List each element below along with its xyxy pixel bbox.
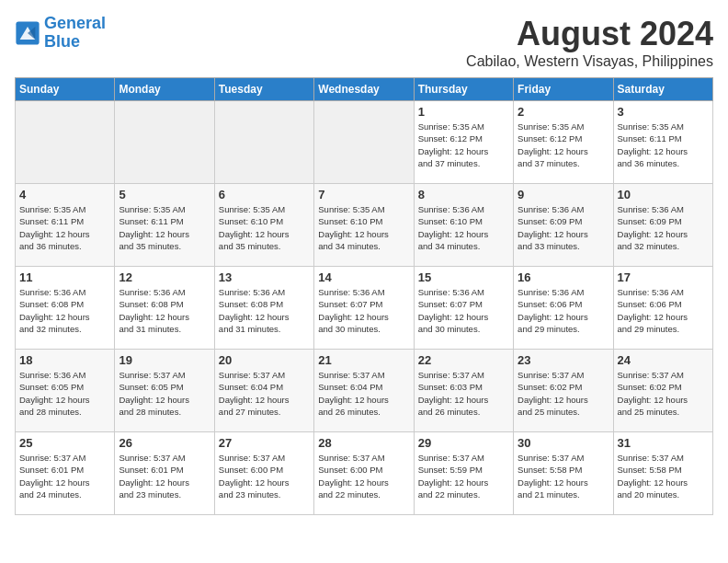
day-info: Sunrise: 5:37 AM Sunset: 6:02 PM Dayligh… — [618, 369, 709, 418]
day-info: Sunrise: 5:36 AM Sunset: 6:06 PM Dayligh… — [518, 286, 609, 335]
day-cell: 29Sunrise: 5:37 AM Sunset: 5:59 PM Dayli… — [414, 432, 513, 515]
day-cell: 20Sunrise: 5:37 AM Sunset: 6:04 PM Dayli… — [214, 350, 313, 432]
col-header-wednesday: Wednesday — [314, 78, 414, 101]
day-cell: 14Sunrise: 5:36 AM Sunset: 6:07 PM Dayli… — [314, 267, 414, 350]
day-number: 31 — [618, 436, 709, 450]
day-cell: 27Sunrise: 5:37 AM Sunset: 6:00 PM Dayli… — [214, 432, 313, 515]
day-cell — [115, 101, 214, 184]
day-number: 4 — [19, 188, 110, 201]
day-number: 25 — [19, 436, 110, 450]
day-cell: 26Sunrise: 5:37 AM Sunset: 6:01 PM Dayli… — [115, 432, 214, 515]
day-cell: 15Sunrise: 5:36 AM Sunset: 6:07 PM Dayli… — [414, 267, 513, 350]
day-info: Sunrise: 5:35 AM Sunset: 6:10 PM Dayligh… — [219, 203, 310, 252]
day-cell: 12Sunrise: 5:36 AM Sunset: 6:08 PM Dayli… — [115, 267, 214, 350]
day-info: Sunrise: 5:36 AM Sunset: 6:10 PM Dayligh… — [418, 203, 509, 252]
day-cell: 10Sunrise: 5:36 AM Sunset: 6:09 PM Dayli… — [613, 184, 712, 267]
day-number: 20 — [219, 353, 310, 367]
day-number: 30 — [518, 436, 609, 450]
day-info: Sunrise: 5:37 AM Sunset: 6:04 PM Dayligh… — [318, 369, 409, 418]
day-cell — [16, 101, 115, 184]
day-info: Sunrise: 5:37 AM Sunset: 6:00 PM Dayligh… — [318, 452, 409, 500]
logo-line2: Blue — [44, 32, 80, 51]
day-info: Sunrise: 5:35 AM Sunset: 6:12 PM Dayligh… — [418, 121, 509, 169]
calendar-header-row: SundayMondayTuesdayWednesdayThursdayFrid… — [16, 78, 713, 101]
day-cell — [314, 101, 414, 184]
day-cell: 7Sunrise: 5:35 AM Sunset: 6:10 PM Daylig… — [314, 184, 414, 267]
week-row-3: 11Sunrise: 5:36 AM Sunset: 6:08 PM Dayli… — [16, 267, 713, 350]
logo-icon — [15, 20, 40, 46]
day-number: 17 — [618, 270, 709, 284]
day-cell: 5Sunrise: 5:35 AM Sunset: 6:11 PM Daylig… — [115, 184, 214, 267]
day-cell: 9Sunrise: 5:36 AM Sunset: 6:09 PM Daylig… — [514, 184, 613, 267]
day-info: Sunrise: 5:35 AM Sunset: 6:11 PM Dayligh… — [119, 203, 210, 252]
day-number: 23 — [518, 353, 609, 367]
week-row-5: 25Sunrise: 5:37 AM Sunset: 6:01 PM Dayli… — [16, 432, 713, 515]
day-cell: 16Sunrise: 5:36 AM Sunset: 6:06 PM Dayli… — [514, 267, 613, 350]
day-info: Sunrise: 5:37 AM Sunset: 6:05 PM Dayligh… — [119, 369, 210, 418]
day-number: 6 — [219, 188, 310, 201]
day-cell: 18Sunrise: 5:36 AM Sunset: 6:05 PM Dayli… — [16, 350, 115, 432]
day-cell: 3Sunrise: 5:35 AM Sunset: 6:11 PM Daylig… — [613, 101, 712, 184]
day-number: 3 — [618, 105, 709, 119]
day-number: 1 — [418, 105, 509, 119]
week-row-1: 1Sunrise: 5:35 AM Sunset: 6:12 PM Daylig… — [16, 101, 713, 184]
day-info: Sunrise: 5:37 AM Sunset: 6:00 PM Dayligh… — [219, 452, 310, 500]
day-info: Sunrise: 5:37 AM Sunset: 6:04 PM Dayligh… — [219, 369, 310, 418]
day-number: 14 — [318, 270, 409, 284]
day-info: Sunrise: 5:37 AM Sunset: 6:01 PM Dayligh… — [119, 452, 210, 500]
page-header: General Blue August 2024 Cabilao, Wester… — [15, 15, 713, 70]
col-header-thursday: Thursday — [414, 78, 513, 101]
day-number: 16 — [518, 270, 609, 284]
day-number: 7 — [318, 188, 409, 201]
day-cell: 13Sunrise: 5:36 AM Sunset: 6:08 PM Dayli… — [214, 267, 313, 350]
day-cell: 24Sunrise: 5:37 AM Sunset: 6:02 PM Dayli… — [613, 350, 712, 432]
day-cell: 2Sunrise: 5:35 AM Sunset: 6:12 PM Daylig… — [514, 101, 613, 184]
day-info: Sunrise: 5:37 AM Sunset: 5:58 PM Dayligh… — [518, 452, 609, 500]
day-info: Sunrise: 5:36 AM Sunset: 6:07 PM Dayligh… — [418, 286, 509, 335]
day-cell: 4Sunrise: 5:35 AM Sunset: 6:11 PM Daylig… — [16, 184, 115, 267]
day-number: 29 — [418, 436, 509, 450]
day-info: Sunrise: 5:35 AM Sunset: 6:11 PM Dayligh… — [19, 203, 110, 252]
day-number: 22 — [418, 353, 509, 367]
day-number: 10 — [618, 188, 709, 201]
main-title: August 2024 — [466, 15, 713, 53]
day-number: 8 — [418, 188, 509, 201]
subtitle: Cabilao, Western Visayas, Philippines — [466, 53, 713, 70]
day-info: Sunrise: 5:37 AM Sunset: 6:02 PM Dayligh… — [518, 369, 609, 418]
logo: General Blue — [15, 15, 106, 52]
col-header-monday: Monday — [115, 78, 214, 101]
day-number: 5 — [119, 188, 210, 201]
day-number: 15 — [418, 270, 509, 284]
day-info: Sunrise: 5:37 AM Sunset: 5:58 PM Dayligh… — [618, 452, 709, 500]
day-cell: 11Sunrise: 5:36 AM Sunset: 6:08 PM Dayli… — [16, 267, 115, 350]
day-info: Sunrise: 5:36 AM Sunset: 6:08 PM Dayligh… — [19, 286, 110, 335]
day-number: 9 — [518, 188, 609, 201]
day-info: Sunrise: 5:37 AM Sunset: 6:03 PM Dayligh… — [418, 369, 509, 418]
col-header-tuesday: Tuesday — [214, 78, 313, 101]
day-cell: 31Sunrise: 5:37 AM Sunset: 5:58 PM Dayli… — [613, 432, 712, 515]
day-number: 18 — [19, 353, 110, 367]
day-info: Sunrise: 5:36 AM Sunset: 6:05 PM Dayligh… — [19, 369, 110, 418]
logo-text: General Blue — [44, 15, 106, 52]
week-row-4: 18Sunrise: 5:36 AM Sunset: 6:05 PM Dayli… — [16, 350, 713, 432]
day-info: Sunrise: 5:36 AM Sunset: 6:07 PM Dayligh… — [318, 286, 409, 335]
logo-line1: General — [44, 14, 106, 32]
day-cell: 17Sunrise: 5:36 AM Sunset: 6:06 PM Dayli… — [613, 267, 712, 350]
day-cell: 1Sunrise: 5:35 AM Sunset: 6:12 PM Daylig… — [414, 101, 513, 184]
col-header-sunday: Sunday — [16, 78, 115, 101]
title-block: August 2024 Cabilao, Western Visayas, Ph… — [466, 15, 713, 70]
day-info: Sunrise: 5:36 AM Sunset: 6:08 PM Dayligh… — [219, 286, 310, 335]
day-cell: 19Sunrise: 5:37 AM Sunset: 6:05 PM Dayli… — [115, 350, 214, 432]
day-info: Sunrise: 5:37 AM Sunset: 6:01 PM Dayligh… — [19, 452, 110, 500]
day-info: Sunrise: 5:36 AM Sunset: 6:06 PM Dayligh… — [618, 286, 709, 335]
day-cell: 8Sunrise: 5:36 AM Sunset: 6:10 PM Daylig… — [414, 184, 513, 267]
day-cell: 21Sunrise: 5:37 AM Sunset: 6:04 PM Dayli… — [314, 350, 414, 432]
day-info: Sunrise: 5:35 AM Sunset: 6:11 PM Dayligh… — [618, 121, 709, 169]
col-header-saturday: Saturday — [613, 78, 712, 101]
day-number: 12 — [119, 270, 210, 284]
day-number: 27 — [219, 436, 310, 450]
col-header-friday: Friday — [514, 78, 613, 101]
day-number: 13 — [219, 270, 310, 284]
day-number: 2 — [518, 105, 609, 119]
week-row-2: 4Sunrise: 5:35 AM Sunset: 6:11 PM Daylig… — [16, 184, 713, 267]
